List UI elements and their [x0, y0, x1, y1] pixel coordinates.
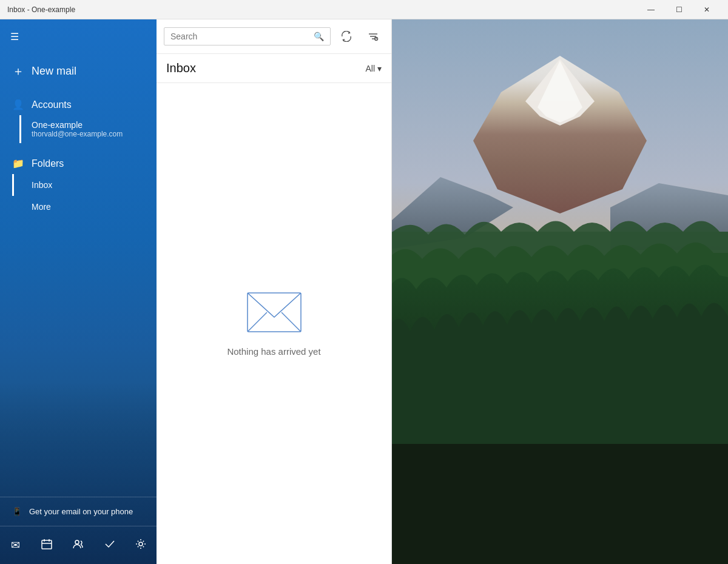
svg-line-13 [248, 312, 267, 332]
settings-nav-icon [135, 538, 147, 553]
sidebar-footer: 📱 Get your email on your phone ✉ [0, 497, 157, 564]
nav-mail-button[interactable]: ✉ [2, 531, 30, 559]
folders-label-text: Folders [32, 158, 64, 169]
filter-all-button[interactable]: All ▾ [365, 64, 382, 73]
sidebar-content: ☰ ＋ New mail 👤 Accounts One-example thor… [0, 19, 157, 564]
tasks-nav-icon [104, 538, 116, 553]
nav-settings-button[interactable] [127, 531, 155, 559]
svg-point-5 [139, 542, 143, 546]
sync-icon [341, 31, 352, 42]
mail-nav-icon: ✉ [11, 539, 20, 552]
bottom-nav: ✉ [0, 526, 157, 564]
phone-icon: 📱 [12, 507, 22, 516]
inbox-header: Inbox All ▾ [157, 54, 391, 83]
empty-inbox: Nothing has arrived yet [157, 83, 391, 564]
folders-section: 📁 Folders Inbox More [0, 148, 157, 223]
middle-panel: 🔍 [157, 19, 392, 564]
more-folder-label: More [32, 202, 51, 212]
filter-icon [368, 31, 379, 42]
chevron-down-icon: ▾ [377, 64, 382, 73]
search-bar: 🔍 [157, 19, 391, 54]
calendar-nav-icon [41, 538, 53, 553]
inbox-title: Inbox [166, 61, 196, 75]
empty-inbox-message: Nothing has arrived yet [227, 346, 320, 357]
account-email: thorvald@one-example.com [32, 130, 144, 138]
maximize-button[interactable]: ☐ [665, 0, 693, 19]
right-panel [392, 19, 728, 564]
new-mail-button[interactable]: ＋ New mail [0, 53, 157, 89]
accounts-section: 👤 Accounts One-example thorvald@one-exam… [0, 89, 157, 148]
sidebar-item-more[interactable]: More [12, 196, 144, 218]
svg-point-4 [75, 540, 79, 544]
window-title: Inbox - One-example [7, 5, 75, 14]
accounts-person-icon: 👤 [12, 99, 24, 110]
filter-button[interactable] [362, 25, 384, 47]
get-email-phone-label: Get your email on your phone [29, 507, 133, 516]
sidebar-item-inbox[interactable]: Inbox [12, 174, 144, 196]
close-button[interactable]: ✕ [693, 0, 721, 19]
filter-all-label: All [365, 64, 375, 73]
sync-button[interactable] [335, 25, 357, 47]
account-name: One-example [32, 120, 144, 130]
folders-button[interactable]: 📁 Folders [12, 153, 144, 174]
nav-calendar-button[interactable] [33, 531, 61, 559]
empty-envelope-icon [245, 290, 303, 334]
nav-tasks-button[interactable] [96, 531, 124, 559]
mountain-scene [392, 19, 728, 564]
get-email-phone-button[interactable]: 📱 Get your email on your phone [0, 497, 157, 526]
svg-rect-22 [392, 444, 728, 564]
account-item[interactable]: One-example thorvald@one-example.com [19, 115, 144, 143]
sidebar: ☰ ＋ New mail 👤 Accounts One-example thor… [0, 19, 157, 564]
accounts-button[interactable]: 👤 Accounts [12, 94, 144, 115]
folders-icon: 📁 [12, 158, 24, 169]
app-container: ☰ ＋ New mail 👤 Accounts One-example thor… [0, 19, 728, 564]
title-bar: Inbox - One-example — ☐ ✕ [0, 0, 728, 19]
accounts-label-text: Accounts [32, 99, 72, 110]
search-input[interactable] [170, 32, 309, 41]
svg-line-14 [281, 312, 301, 332]
svg-line-11 [376, 39, 376, 40]
people-nav-icon [72, 538, 84, 553]
new-mail-icon: ＋ [12, 63, 24, 79]
svg-rect-12 [248, 293, 301, 332]
search-icon: 🔍 [314, 32, 324, 41]
search-input-wrapper[interactable]: 🔍 [164, 27, 331, 45]
minimize-button[interactable]: — [637, 0, 665, 19]
inbox-folder-label: Inbox [32, 180, 52, 190]
svg-rect-0 [42, 540, 52, 549]
new-mail-label: New mail [32, 65, 76, 78]
window-controls: — ☐ ✕ [637, 0, 721, 19]
nav-people-button[interactable] [64, 531, 92, 559]
hamburger-button[interactable]: ☰ [2, 24, 27, 49]
sidebar-top: ☰ [0, 19, 157, 53]
